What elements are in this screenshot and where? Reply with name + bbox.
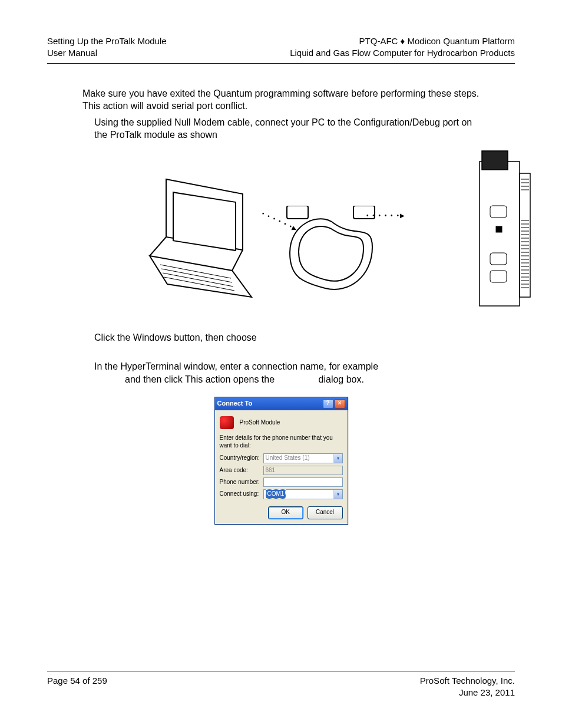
svg-rect-7 bbox=[480, 162, 520, 306]
chevron-down-icon: ▾ bbox=[333, 454, 342, 463]
step-3-text-d: dialog box. bbox=[319, 374, 364, 384]
page-footer: Page 54 of 259 ProSoft Technology, Inc. … bbox=[47, 671, 515, 699]
phone-number-input[interactable] bbox=[263, 477, 343, 487]
page-number: Page 54 of 259 bbox=[47, 675, 107, 699]
header-left: Setting Up the ProTalk Module User Manua… bbox=[47, 35, 167, 60]
document-date: June 23, 2011 bbox=[420, 687, 515, 699]
svg-rect-0 bbox=[173, 192, 236, 251]
country-select[interactable]: United States (1) ▾ bbox=[263, 453, 343, 463]
dialog-body: ProSoft Module Enter details for the pho… bbox=[215, 410, 348, 524]
step-3-text-c: This action opens the bbox=[185, 374, 277, 384]
svg-rect-5 bbox=[287, 206, 308, 219]
cancel-button[interactable]: Cancel bbox=[308, 506, 343, 519]
step-3-text-a: In the HyperTerminal window, enter a con… bbox=[94, 361, 378, 371]
connect-using-select[interactable]: COM1 ▾ bbox=[263, 489, 343, 499]
svg-rect-8 bbox=[482, 151, 508, 170]
footer-rule bbox=[47, 671, 515, 671]
chevron-down-icon: ▾ bbox=[333, 490, 342, 499]
page-body: Make sure you have exited the Quantum pr… bbox=[47, 87, 515, 525]
step-3: In the HyperTerminal window, enter a con… bbox=[94, 360, 480, 386]
laptop-icon bbox=[143, 173, 260, 309]
phone-number-label: Phone number: bbox=[220, 478, 261, 486]
header-product-desc: Liquid and Gas Flow Computer for Hydroca… bbox=[290, 47, 515, 59]
step-2-text-b: button, then choose bbox=[174, 332, 257, 342]
connect-to-dialog: Connect To ? × ProSoft Module Enter deta… bbox=[214, 397, 348, 525]
null-modem-cable-icon bbox=[284, 206, 384, 300]
area-code-input[interactable] bbox=[263, 466, 343, 475]
dialog-title: Connect To bbox=[217, 399, 253, 408]
country-value: United States (1) bbox=[266, 454, 310, 462]
intro-paragraph: Make sure you have exited the Quantum pr… bbox=[82, 87, 480, 113]
svg-rect-12 bbox=[490, 271, 507, 282]
document-page: Setting Up the ProTalk Module User Manua… bbox=[0, 0, 562, 728]
header-rule bbox=[47, 63, 515, 64]
step-2-text-a: Click the Windows bbox=[94, 332, 174, 342]
connection-illustration: • • • • • •▶ • • • • • •▶ bbox=[143, 150, 419, 321]
country-label: Country/region: bbox=[220, 454, 261, 462]
svg-rect-9 bbox=[520, 173, 530, 297]
ok-button[interactable]: OK bbox=[268, 506, 303, 519]
protalk-module-icon bbox=[478, 150, 531, 309]
connect-using-label: Connect using: bbox=[220, 490, 261, 498]
svg-rect-13 bbox=[496, 226, 502, 232]
phone-icon bbox=[220, 416, 234, 429]
company-name: ProSoft Technology, Inc. bbox=[420, 675, 515, 687]
connect-using-value: COM1 bbox=[266, 489, 286, 499]
header-right: PTQ-AFC ♦ Modicon Quantum Platform Liqui… bbox=[290, 35, 515, 60]
arrow-dots-icon: • • • • • •▶ bbox=[366, 212, 406, 220]
dialog-instruction: Enter details for the phone number that … bbox=[220, 434, 343, 450]
svg-rect-10 bbox=[490, 206, 507, 218]
header-section-title: Setting Up the ProTalk Module bbox=[47, 35, 167, 47]
step-2: Click the Windows button, then choose bbox=[94, 331, 480, 344]
header-product-line: PTQ-AFC ♦ Modicon Quantum Platform bbox=[290, 35, 515, 47]
page-header: Setting Up the ProTalk Module User Manua… bbox=[47, 35, 515, 63]
dialog-titlebar: Connect To ? × bbox=[215, 397, 348, 410]
step-1: Using the supplied Null Modem cable, con… bbox=[94, 116, 480, 141]
header-doc-type: User Manual bbox=[47, 47, 167, 59]
dialog-connection-name: ProSoft Module bbox=[240, 419, 280, 427]
help-button[interactable]: ? bbox=[323, 399, 333, 409]
area-code-label: Area code: bbox=[220, 466, 261, 475]
step-3-text-b: and then click bbox=[125, 374, 185, 384]
close-button[interactable]: × bbox=[335, 399, 345, 409]
svg-rect-11 bbox=[490, 253, 507, 265]
